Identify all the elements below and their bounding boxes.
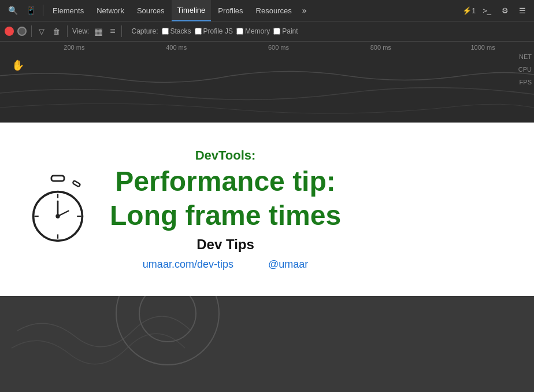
svg-rect-0 [51, 176, 64, 181]
tick-800: 800 ms [329, 44, 432, 51]
paint-checkbox-group[interactable]: Paint [273, 27, 298, 35]
tick-400: 400 ms [125, 44, 228, 51]
paint-checkbox[interactable] [273, 28, 280, 35]
twitter-link[interactable]: @umaar [268, 258, 308, 271]
profile-js-label: Profile JS [203, 27, 233, 35]
filter-icon[interactable]: ▽ [36, 26, 47, 37]
tick-200: 200 ms [23, 44, 125, 51]
card-title-line1: Performance tip: [110, 167, 341, 197]
memory-checkbox-group[interactable]: Memory [236, 27, 270, 35]
tab-elements[interactable]: Elements [47, 0, 90, 21]
tick-1000: 1000 ms [432, 44, 534, 51]
capture-label: Capture: [131, 27, 158, 35]
stopwatch-icon [23, 175, 92, 244]
memory-label: Memory [245, 27, 270, 35]
website-link[interactable]: umaar.com/dev-tips [143, 258, 233, 271]
card-devtools-label: DevTools: [110, 148, 341, 163]
tab-sources[interactable]: Sources [131, 0, 170, 21]
toolbar-separator [43, 5, 43, 16]
more-tabs-button[interactable]: » [299, 3, 310, 17]
terminal-icon[interactable]: >_ [479, 4, 495, 17]
toolbar-right-actions: ⚡1 >_ ⚙ ☰ [462, 4, 529, 17]
profile-js-checkbox[interactable] [195, 28, 202, 35]
search-icon[interactable]: 🔍 [5, 3, 21, 17]
bar-chart-view-button[interactable]: ▦ [92, 26, 105, 37]
card-content: DevTools: Performance tip: Long frame ti… [110, 148, 341, 271]
menu-icon[interactable]: ☰ [516, 4, 529, 17]
clear-icon[interactable]: 🗑 [50, 26, 62, 37]
stacks-checkbox[interactable] [162, 28, 169, 35]
timeline-ruler-area: ✋ 200 ms 400 ms 600 ms 800 ms 1000 ms NE… [0, 42, 534, 123]
stop-button[interactable] [17, 27, 27, 36]
record-button[interactable] [5, 27, 14, 36]
tip-card: DevTools: Performance tip: Long frame ti… [0, 123, 534, 296]
gear-icon[interactable]: ⚙ [498, 4, 512, 17]
bottom-wavy-lines [0, 296, 534, 392]
counter-badge: ⚡1 [462, 6, 476, 15]
timeline-controls: ▽ 🗑 View: ▦ ≡ Capture: Stacks Profile JS… [0, 21, 534, 42]
svg-rect-1 [72, 180, 80, 187]
card-links: umaar.com/dev-tips @umaar [110, 258, 341, 271]
tab-network[interactable]: Network [91, 0, 130, 21]
net-label: NET [518, 53, 532, 60]
profile-js-checkbox-group[interactable]: Profile JS [195, 27, 233, 35]
svg-point-9 [55, 214, 60, 218]
stacks-checkbox-group[interactable]: Stacks [162, 27, 191, 35]
toolbar2-separator [31, 25, 32, 37]
tick-600: 600 ms [228, 44, 330, 51]
devtools-tab-bar: 🔍 📱 Elements Network Sources Timeline Pr… [0, 0, 534, 21]
flame-chart-view-button[interactable]: ≡ [108, 26, 117, 36]
tab-profiles[interactable]: Profiles [212, 0, 249, 21]
paint-label: Paint [282, 27, 298, 35]
tab-resources[interactable]: Resources [250, 0, 298, 21]
card-title-line2: Long frame times [110, 201, 341, 231]
toolbar2-separator3 [121, 25, 122, 37]
card-subtitle: Dev Tips [110, 236, 341, 253]
toolbar2-separator2 [67, 25, 68, 37]
timeline-decorative-lines [0, 64, 534, 122]
bottom-decorative-area [0, 296, 534, 392]
device-icon[interactable]: 📱 [23, 3, 39, 17]
tab-timeline[interactable]: Timeline [172, 0, 212, 21]
ruler-ticks: 200 ms 400 ms 600 ms 800 ms 1000 ms [0, 42, 534, 53]
view-label: View: [72, 27, 89, 35]
memory-checkbox[interactable] [236, 28, 243, 35]
stacks-label: Stacks [170, 27, 191, 35]
